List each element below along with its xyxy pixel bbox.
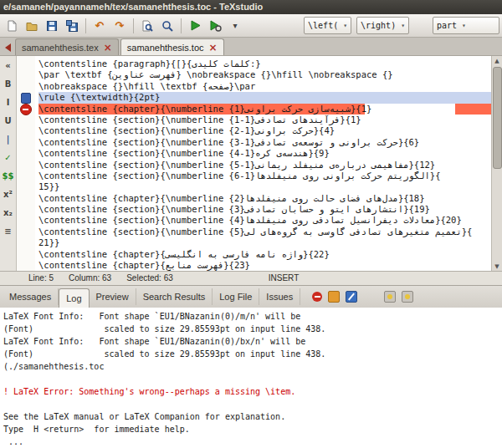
log-line: LaTeX Font Info: Font shape `EU1/BNazani… <box>3 310 502 323</box>
tab-samanehthesis-tex[interactable]: samanehthesis.tex × <box>15 38 119 55</box>
save-all-button[interactable] <box>63 17 81 35</box>
editor-line-wrap[interactable]: 15}} <box>38 181 491 192</box>
redo-button[interactable]: ↷ <box>110 17 129 35</box>
inline-math-icon[interactable]: $$ <box>2 170 15 182</box>
editor-line-selected-error[interactable]: \contentsline {chapter}{\numberline {1}ش… <box>38 104 491 115</box>
subscript-icon[interactable]: x₂ <box>2 206 15 219</box>
editor-scrollbar[interactable]: ▲ ▼ <box>491 56 502 271</box>
log-line <box>3 373 502 385</box>
editor-line-wrap[interactable]: 21}} <box>38 237 491 248</box>
status-selected: Selected: 63 <box>126 272 173 285</box>
bold-icon[interactable]: B <box>2 78 15 90</box>
status-column: Column: 63 <box>69 272 111 285</box>
panel-tab-log-file[interactable]: Log File <box>213 288 259 305</box>
error-filter-icon[interactable] <box>312 292 322 302</box>
compile-options-dropdown[interactable]: ▾ <box>226 17 244 35</box>
save-file-button[interactable] <box>43 17 61 35</box>
panel-tab-log[interactable]: Log <box>59 288 89 308</box>
tab-samanehthesis-toc[interactable]: samanehthesis.toc × <box>120 38 224 55</box>
open-file-button[interactable] <box>23 17 41 35</box>
scroll-down-icon[interactable]: ▼ <box>494 262 499 271</box>
toolbar-separator <box>85 18 86 33</box>
code-editor[interactable]: \contentsline {paragraph}{[}{کلمات کلیدی… <box>35 56 491 271</box>
editor-line[interactable]: \contentsline {chapter}{\numberline {2}م… <box>38 193 491 204</box>
editor-line[interactable]: \contentsline {section}{\numberline {4-1… <box>38 148 491 159</box>
log-line: (Font) scaled to size 29.85593pt on inpu… <box>3 323 502 335</box>
search-button[interactable] <box>158 17 177 35</box>
save-icon <box>46 20 58 32</box>
editor-line[interactable]: \par \textbf {فهرست عناوین} \nobreakspac… <box>38 69 491 80</box>
chevron-down-icon: ▾ <box>462 22 466 29</box>
panel-tab-preview[interactable]: Preview <box>90 288 136 305</box>
left-edit-toolbar: « B I U | ✓ $$ x² x₂ ≡ <box>0 56 17 271</box>
panel-collapse-icon[interactable]: « <box>2 59 15 72</box>
italic-icon[interactable]: I <box>2 96 15 109</box>
editor-line[interactable]: \contentsline {chapter}{فهرست منابع}{23} <box>38 260 491 271</box>
view-play-icon <box>209 19 222 32</box>
scrollbar-thumb[interactable] <box>493 67 502 169</box>
underline-icon[interactable]: U <box>2 115 15 127</box>
right-delimiter-dropdown[interactable]: \right) ▾ <box>356 17 409 34</box>
undo-button[interactable]: ↶ <box>90 17 109 35</box>
badbox-filter-icon[interactable] <box>346 291 357 303</box>
editor-line-current[interactable]: \rule {\textwidth}{2pt} <box>38 92 491 103</box>
bookmark-marker-icon[interactable] <box>21 93 31 104</box>
editor-line[interactable]: \nobreakspace {}\hfill \textbf {صفحه}\pa… <box>38 81 491 92</box>
panel-tab-issues[interactable]: Issues <box>259 288 300 305</box>
find-button[interactable] <box>138 17 156 35</box>
chevron-down-icon: ▾ <box>401 22 405 29</box>
warning-filter-icon[interactable] <box>328 291 340 303</box>
window-title: e/samaneh/payannameh/tex/samanehthesis.t… <box>3 2 263 12</box>
magnifier-icon <box>161 20 173 32</box>
tab-label: samanehthesis.toc <box>127 43 204 53</box>
log-viewer[interactable]: LaTeX Font Info: Font shape `EU1/BNazani… <box>0 308 502 448</box>
editor-line[interactable]: \contentsline {section}{\numberline {5}ت… <box>38 227 491 237</box>
editor-statusbar: Line: 5 Column: 63 Selected: 63 INSERT <box>0 271 502 285</box>
view-pdf-button[interactable] <box>206 17 224 35</box>
structure-level-label: part <box>437 21 457 30</box>
log-line: See the LaTeX manual or LaTeX Companion … <box>3 410 502 423</box>
editor-line[interactable]: \contentsline {section}{\numberline {1-1… <box>38 115 491 125</box>
list-icon[interactable]: ≡ <box>2 225 15 237</box>
superscript-icon[interactable]: x² <box>2 188 15 201</box>
redo-icon: ↷ <box>115 19 125 32</box>
editor-line[interactable]: \contentsline {section}{\numberline {3}ا… <box>38 204 491 215</box>
chevron-down-icon: ▾ <box>343 22 347 29</box>
panel-options-icon[interactable] <box>402 291 413 303</box>
log-line-error[interactable]: ! LaTeX Error: Something's wrong--perhap… <box>3 385 502 398</box>
panel-tab-messages[interactable]: Messages <box>3 288 59 305</box>
close-tab-icon[interactable]: × <box>209 43 218 52</box>
editor-line[interactable]: \contentsline {section}{\numberline {5-1… <box>38 160 491 171</box>
left-delimiter-dropdown[interactable]: \left( ▾ <box>304 17 351 34</box>
texstudio-window: e/samaneh/payannameh/tex/samanehthesis.t… <box>0 0 502 448</box>
back-navigation-button[interactable] <box>2 40 15 55</box>
new-file-button[interactable] <box>3 17 21 35</box>
chevron-down-icon: ▾ <box>233 21 237 30</box>
tab-label: samanehthesis.tex <box>22 43 99 53</box>
log-options-icon[interactable] <box>384 291 396 303</box>
editor-line[interactable]: \contentsline {section}{\numberline {6-1… <box>38 171 491 181</box>
log-line: (Font) scaled to size 29.85593pt on inpu… <box>3 348 502 360</box>
editor-line[interactable]: \contentsline {section}{\numberline {2-1… <box>38 125 491 136</box>
editor-line[interactable]: \contentsline {section}{\numberline {4}م… <box>38 215 491 226</box>
editor-line[interactable]: \contentsline {paragraph}{[}{کلمات کلیدی… <box>38 59 491 69</box>
check-icon[interactable]: ✓ <box>2 151 15 164</box>
panel-tab-search-results[interactable]: Search Results <box>136 288 213 305</box>
compile-and-view-button[interactable] <box>186 17 204 35</box>
close-tab-icon[interactable]: × <box>104 43 112 52</box>
cursor-icon[interactable]: | <box>2 133 15 145</box>
error-marker-icon[interactable] <box>20 104 32 115</box>
log-line: LaTeX Font Info: Font shape `EU1/BNazani… <box>3 335 502 348</box>
line-mark-panel[interactable] <box>17 56 35 271</box>
back-arrow-icon <box>4 43 13 53</box>
structure-level-dropdown[interactable]: part ▾ <box>433 17 499 34</box>
main-toolbar: ↶ ↷ ▾ \left( ▾ \right) ▾ part ▾ <box>0 14 502 38</box>
save-all-icon <box>66 20 78 32</box>
editor-line[interactable]: \contentsline {section}{\numberline {3-1… <box>38 137 491 148</box>
log-line: Type H <return> for immediate help. <box>3 423 502 435</box>
status-line: Line: 5 <box>28 272 54 285</box>
scroll-up-icon[interactable]: ▲ <box>494 56 499 65</box>
editor-line[interactable]: \contentsline {chapter}{واژه نامه فارسی … <box>38 249 491 260</box>
document-tabbar: samanehthesis.tex × samanehthesis.toc × <box>0 38 502 56</box>
window-titlebar[interactable]: e/samaneh/payannameh/tex/samanehthesis.t… <box>0 0 502 14</box>
